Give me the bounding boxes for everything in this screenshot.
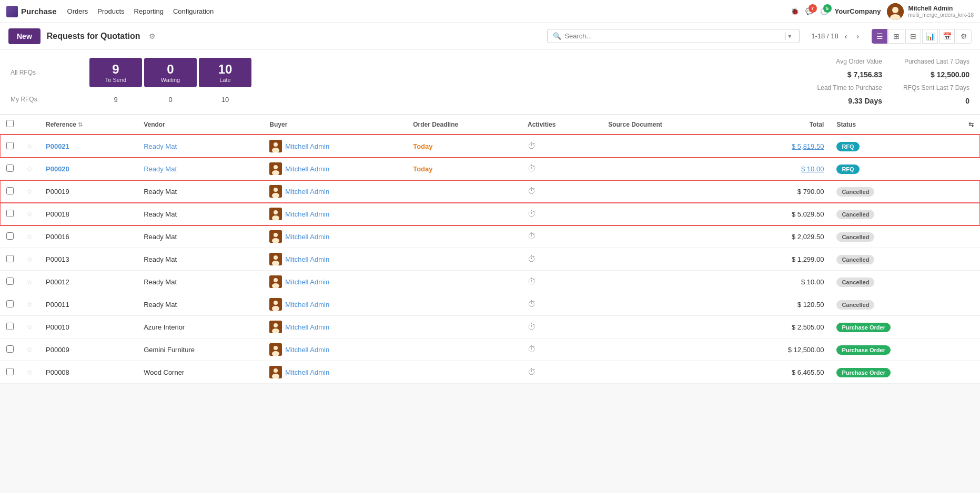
star-button[interactable]: ☆: [26, 255, 33, 263]
row-checkbox[interactable]: [6, 323, 14, 330]
star-button[interactable]: ☆: [26, 165, 33, 173]
activity-icon[interactable]: ⏱: [528, 187, 536, 196]
view-settings-button[interactable]: ⚙: [956, 29, 972, 44]
buyer-name-link[interactable]: Mitchell Admin: [285, 301, 329, 309]
search-dropdown-icon[interactable]: ▾: [785, 32, 794, 40]
star-button[interactable]: ☆: [26, 323, 33, 331]
search-input[interactable]: [564, 32, 783, 40]
row-checkbox[interactable]: [6, 255, 14, 262]
buyer-name-link[interactable]: Mitchell Admin: [285, 210, 329, 218]
row-checkbox[interactable]: [6, 345, 14, 353]
activity-icon[interactable]: ⏱: [528, 254, 536, 263]
select-all-header[interactable]: [0, 115, 20, 135]
vendor-link[interactable]: Ready Mat: [144, 142, 177, 150]
buyer-avatar: [269, 185, 282, 198]
col-config[interactable]: ⇆: [962, 115, 980, 135]
menu-reporting[interactable]: Reporting: [134, 7, 164, 15]
buyer-name-link[interactable]: Mitchell Admin: [285, 255, 329, 263]
activity-icon[interactable]: ⏱: [528, 277, 536, 286]
total-link[interactable]: $ 5,819.50: [792, 142, 824, 150]
buyer-name-link[interactable]: Mitchell Admin: [285, 188, 329, 196]
row-checkbox[interactable]: [6, 210, 14, 217]
pagination-next[interactable]: ›: [853, 31, 862, 42]
star-button[interactable]: ☆: [26, 187, 33, 196]
activity-icon[interactable]: ⏱: [528, 322, 536, 331]
activity-icon[interactable]: ⏱: [528, 300, 536, 309]
buyer-name-link[interactable]: Mitchell Admin: [285, 323, 329, 331]
table-row: ☆P00011Ready Mat Mitchell Admin ⏱$ 120.5…: [0, 293, 980, 316]
rfq-card-late[interactable]: 10 Late: [199, 58, 251, 87]
row-checkbox[interactable]: [6, 278, 14, 285]
total-link[interactable]: $ 10.00: [801, 165, 824, 173]
buyer-cell: Mitchell Admin: [269, 253, 400, 265]
select-all-checkbox[interactable]: [6, 120, 14, 127]
star-button[interactable]: ☆: [26, 300, 33, 309]
rfq-card-waiting[interactable]: 0 Waiting: [144, 58, 197, 87]
table-row: ☆P00009Gemini Furniture Mitchell Admin ⏱…: [0, 338, 980, 361]
menu-orders[interactable]: Orders: [67, 7, 88, 15]
search-icon: 🔍: [553, 32, 561, 40]
col-source[interactable]: Source Document: [602, 115, 734, 135]
vendor-text: Ready Mat: [144, 233, 177, 241]
buyer-cell: Mitchell Admin: [269, 208, 400, 220]
rfq-cards: 9 To Send 0 Waiting 10 Late: [89, 58, 251, 87]
row-checkbox[interactable]: [6, 165, 14, 172]
view-kanban-button[interactable]: ⊞: [888, 29, 904, 44]
col-activities[interactable]: Activities: [521, 115, 602, 135]
stat-rfq-sent-label: RFQs Sent Last 7 Days: [903, 84, 969, 91]
bug-icon-button[interactable]: 🐞: [791, 7, 799, 15]
row-checkbox[interactable]: [6, 187, 14, 194]
col-total[interactable]: Total: [734, 115, 830, 135]
activity-icon[interactable]: ⏱: [528, 164, 536, 173]
status-badge: Purchase Order: [836, 345, 891, 355]
pagination-prev[interactable]: ‹: [842, 31, 851, 42]
col-buyer[interactable]: Buyer: [263, 115, 407, 135]
stat-lead-time-label: Lead Time to Purchase: [816, 84, 882, 91]
activity-icon[interactable]: ⏱: [528, 367, 536, 376]
chat-icon-button[interactable]: 💬 7: [805, 7, 814, 15]
star-button[interactable]: ☆: [26, 232, 33, 241]
row-checkbox[interactable]: [6, 232, 14, 240]
activity-icon[interactable]: ⏱: [528, 345, 536, 354]
col-vendor[interactable]: Vendor: [137, 115, 263, 135]
activity-icon[interactable]: ⏱: [528, 232, 536, 241]
star-button[interactable]: ☆: [26, 368, 33, 376]
buyer-name-link[interactable]: Mitchell Admin: [285, 278, 329, 286]
buyer-name-link[interactable]: Mitchell Admin: [285, 368, 329, 376]
ref-text: P00010: [46, 323, 69, 331]
gear-icon[interactable]: ⚙: [149, 32, 156, 40]
row-checkbox[interactable]: [6, 368, 14, 375]
buyer-name-link[interactable]: Mitchell Admin: [285, 142, 329, 150]
view-graph-button[interactable]: 📊: [922, 29, 938, 44]
view-calendar-button[interactable]: 📅: [939, 29, 955, 44]
buyer-name-link[interactable]: Mitchell Admin: [285, 346, 329, 354]
new-button[interactable]: New: [8, 28, 41, 44]
ref-link[interactable]: P00021: [46, 142, 69, 150]
star-button[interactable]: ☆: [26, 142, 33, 150]
view-list-button[interactable]: ☰: [872, 29, 887, 44]
view-pivot-button[interactable]: ⊟: [905, 29, 921, 44]
activity-icon[interactable]: ⏱: [528, 209, 536, 218]
menu-configuration[interactable]: Configuration: [173, 7, 214, 15]
row-checkbox[interactable]: [6, 300, 14, 307]
row-checkbox[interactable]: [6, 142, 14, 149]
menu-products[interactable]: Products: [97, 7, 124, 15]
table-header-row: Reference⇅ Vendor Buyer Order Deadline A…: [0, 115, 980, 135]
col-status[interactable]: Status: [830, 115, 962, 135]
star-button[interactable]: ☆: [26, 278, 33, 286]
vendor-link[interactable]: Ready Mat: [144, 165, 177, 173]
user-info[interactable]: Mitchell Admin multi_merge_orders_knk-18: [887, 3, 974, 20]
my-rfqs-to-send: 9: [89, 94, 142, 106]
rfq-card-to-send[interactable]: 9 To Send: [89, 58, 142, 87]
col-reference[interactable]: Reference⇅: [39, 115, 137, 135]
star-button[interactable]: ☆: [26, 345, 33, 354]
star-button[interactable]: ☆: [26, 210, 33, 218]
ref-link[interactable]: P00020: [46, 165, 69, 173]
buyer-name-link[interactable]: Mitchell Admin: [285, 165, 329, 173]
buyer-name-link[interactable]: Mitchell Admin: [285, 233, 329, 241]
activity-icon-button[interactable]: 🕐 5: [820, 7, 829, 15]
activity-icon[interactable]: ⏱: [528, 141, 536, 150]
ref-text: P00013: [46, 255, 69, 263]
app-logo[interactable]: Purchase: [6, 6, 57, 17]
col-deadline[interactable]: Order Deadline: [407, 115, 521, 135]
